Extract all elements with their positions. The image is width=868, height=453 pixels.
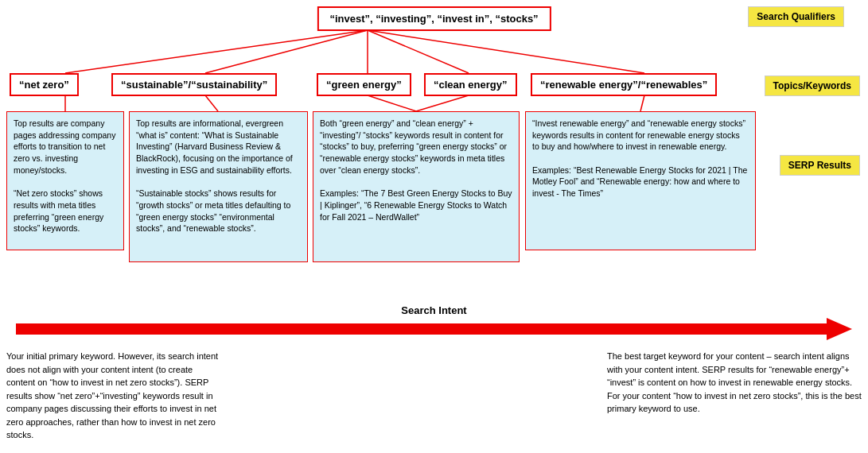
top-section: “invest”, “investing”, “invest in”, “sto… <box>0 0 868 294</box>
svg-line-8 <box>416 95 469 111</box>
arrow-head <box>827 318 852 340</box>
serp-box-netzero: Top results are company pages addressing… <box>6 111 124 250</box>
serp-box-renewable: “Invest renewable energy” and “renewable… <box>525 111 756 250</box>
topic-node-green: “green energy” <box>317 73 411 96</box>
topics-keywords-badge: Topics/Keywords <box>765 76 860 96</box>
search-intent-arrow <box>16 318 852 340</box>
svg-line-7 <box>368 95 416 111</box>
search-intent-label: Search Intent <box>401 304 466 316</box>
topic-node-sustainable: “sustainable”/“sustainability” <box>111 73 277 96</box>
arrow-bar <box>16 323 828 335</box>
serp-box-sustainable: Top results are informational, evergreen… <box>129 111 308 262</box>
topic-node-renewable: “renewable energy”/“renewables” <box>531 73 717 96</box>
bottom-text-left: Your initial primary keyword. However, i… <box>6 350 221 442</box>
bottom-text-right: The best target keyword for your content… <box>607 350 862 416</box>
svg-line-4 <box>368 30 644 73</box>
search-qualifiers-badge: Search Qualifiers <box>748 6 844 27</box>
bottom-section: Search Intent Your initial primary keywo… <box>0 290 868 453</box>
svg-line-3 <box>368 30 469 73</box>
serp-box-greencl: Both “green energy” and “clean energy” +… <box>313 111 520 262</box>
root-node: “invest”, “investing”, “invest in”, “sto… <box>317 6 551 31</box>
serp-results-badge: SERP Results <box>780 155 860 176</box>
topic-node-netzero: “net zero” <box>10 73 79 96</box>
svg-line-6 <box>205 95 218 111</box>
svg-line-0 <box>65 30 368 73</box>
svg-line-1 <box>205 30 368 73</box>
topic-node-clean: “clean energy” <box>424 73 517 96</box>
svg-line-9 <box>640 95 644 111</box>
